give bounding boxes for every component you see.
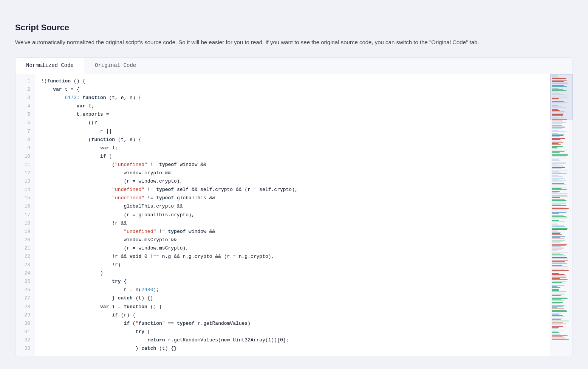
minimap-line bbox=[552, 264, 567, 264]
tab-original[interactable]: Original Code bbox=[84, 58, 147, 74]
minimap-line bbox=[552, 164, 557, 165]
code-line: ("undefined" != typeof window && bbox=[41, 161, 544, 169]
minimap-line bbox=[552, 244, 567, 245]
minimap-line bbox=[552, 192, 558, 193]
minimap-line bbox=[552, 113, 564, 113]
minimap-line bbox=[552, 256, 566, 256]
minimap-line bbox=[552, 330, 563, 330]
minimap-line bbox=[552, 258, 568, 259]
line-number: 4 bbox=[15, 102, 35, 110]
minimap-line bbox=[552, 303, 560, 304]
minimap-line bbox=[552, 326, 563, 327]
line-number: 25 bbox=[15, 278, 35, 286]
minimap-line bbox=[552, 142, 563, 143]
minimap-line bbox=[552, 315, 563, 316]
line-number: 29 bbox=[15, 311, 35, 319]
minimap-line bbox=[552, 94, 565, 95]
minimap-line bbox=[552, 247, 561, 247]
minimap[interactable] bbox=[550, 74, 573, 356]
minimap-line bbox=[552, 152, 560, 153]
minimap-line bbox=[552, 205, 566, 206]
minimap-line bbox=[552, 339, 569, 340]
minimap-line bbox=[552, 143, 559, 144]
minimap-line bbox=[552, 89, 563, 90]
minimap-line bbox=[552, 215, 563, 216]
minimap-line bbox=[552, 84, 568, 84]
minimap-line bbox=[552, 228, 568, 229]
tab-normalized[interactable]: Normalized Code bbox=[15, 58, 84, 74]
minimap-line bbox=[552, 183, 564, 184]
code-line: try { bbox=[41, 278, 544, 286]
code-line: var I; bbox=[41, 102, 544, 110]
code-line: } catch (t) {} bbox=[41, 344, 544, 353]
minimap-line bbox=[552, 112, 565, 112]
minimap-line bbox=[552, 203, 566, 203]
minimap-line bbox=[552, 184, 566, 185]
minimap-line bbox=[552, 170, 568, 171]
line-number: 14 bbox=[15, 186, 35, 194]
minimap-line bbox=[552, 216, 566, 217]
minimap-line bbox=[552, 105, 558, 105]
minimap-line bbox=[552, 76, 558, 76]
minimap-line bbox=[552, 118, 558, 119]
minimap-line bbox=[552, 129, 562, 129]
minimap-line bbox=[552, 135, 563, 136]
minimap-line bbox=[552, 297, 566, 298]
minimap-line bbox=[552, 194, 568, 194]
code-content[interactable]: !(function () { var t = { 6173: function… bbox=[35, 74, 550, 356]
minimap-line bbox=[552, 91, 558, 92]
code-line: globalThis.crypto && bbox=[41, 202, 544, 211]
minimap-line bbox=[552, 220, 559, 221]
code-area: 1234567891011121314151617181920212223242… bbox=[15, 74, 573, 356]
minimap-line bbox=[552, 223, 557, 223]
minimap-line bbox=[552, 253, 560, 254]
line-numbers: 1234567891011121314151617181920212223242… bbox=[15, 74, 35, 356]
minimap-line bbox=[552, 110, 560, 111]
line-number: 8 bbox=[15, 136, 35, 144]
line-number: 2 bbox=[15, 85, 35, 94]
minimap-line bbox=[552, 180, 566, 181]
line-number: 20 bbox=[15, 236, 35, 244]
minimap-line bbox=[552, 225, 564, 226]
minimap-line bbox=[552, 78, 566, 79]
minimap-line bbox=[552, 219, 567, 219]
code-line: if (r) { bbox=[41, 311, 544, 319]
minimap-line bbox=[552, 158, 566, 158]
minimap-line bbox=[552, 200, 566, 201]
minimap-line bbox=[552, 138, 565, 139]
code-lines: 1234567891011121314151617181920212223242… bbox=[15, 74, 550, 356]
minimap-line bbox=[552, 226, 565, 227]
minimap-line bbox=[552, 196, 568, 197]
minimap-line bbox=[552, 314, 559, 315]
code-line: (r = globalThis.crypto), bbox=[41, 211, 544, 219]
minimap-line bbox=[552, 277, 566, 278]
minimap-line bbox=[552, 248, 564, 248]
minimap-line bbox=[552, 213, 559, 214]
minimap-line bbox=[552, 106, 562, 107]
minimap-line bbox=[552, 319, 561, 320]
minimap-line bbox=[552, 299, 562, 300]
minimap-line bbox=[552, 115, 563, 116]
minimap-line bbox=[552, 189, 567, 190]
minimap-line bbox=[552, 309, 564, 309]
page-title: Script Source bbox=[15, 23, 573, 33]
line-number: 1 bbox=[15, 77, 35, 85]
minimap-line bbox=[552, 122, 566, 123]
minimap-line bbox=[552, 131, 566, 132]
minimap-line bbox=[552, 334, 560, 335]
minimap-line bbox=[552, 101, 564, 102]
minimap-line bbox=[552, 329, 558, 329]
line-number: 24 bbox=[15, 269, 35, 278]
minimap-line bbox=[552, 278, 560, 279]
minimap-line bbox=[552, 282, 562, 283]
minimap-line bbox=[552, 187, 566, 188]
line-number: 19 bbox=[15, 228, 35, 236]
minimap-line bbox=[552, 323, 566, 324]
minimap-line bbox=[552, 150, 567, 150]
line-number: 28 bbox=[15, 303, 35, 311]
minimap-line bbox=[552, 332, 559, 333]
minimap-line bbox=[552, 211, 567, 211]
minimap-line bbox=[552, 298, 568, 299]
minimap-line bbox=[552, 155, 568, 156]
minimap-line bbox=[552, 175, 559, 176]
